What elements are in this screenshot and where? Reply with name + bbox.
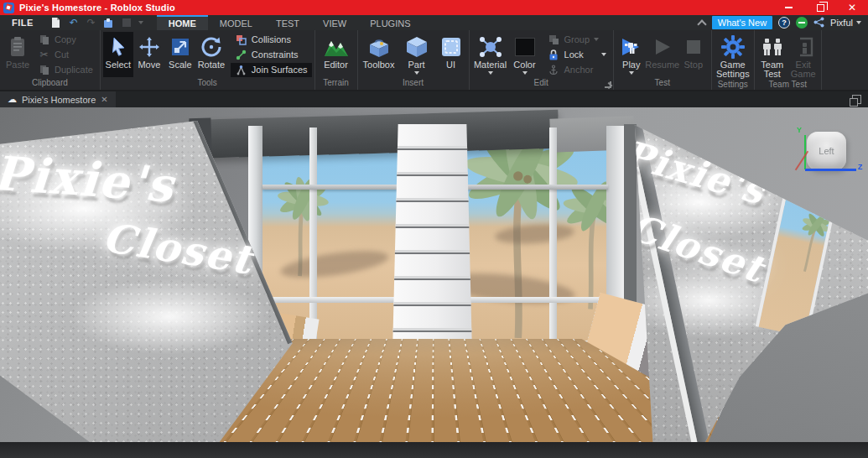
group-icon — [548, 34, 560, 46]
section-label-clipboard: Clipboard — [3, 77, 97, 90]
rotate-tool-button[interactable]: Rotate — [196, 32, 226, 77]
document-tab-title: Pixie's Homestore — [22, 95, 96, 105]
view-cube[interactable]: Left — [807, 132, 846, 170]
menubar: FILE ↶ ↷ HOME MODEL TEST VIEW PLUGINS Wh… — [0, 15, 868, 30]
help-icon[interactable]: ? — [778, 17, 790, 29]
paste-icon — [8, 34, 27, 60]
color-swatch — [515, 38, 535, 56]
play-button[interactable]: Play — [616, 32, 647, 77]
section-label-edit: Edit — [472, 77, 611, 90]
collapse-ribbon-icon[interactable] — [698, 18, 706, 27]
axis-z-label: Z — [858, 163, 863, 171]
terrain-editor-icon — [324, 34, 349, 60]
copy-button[interactable]: Copy — [34, 33, 97, 47]
constraints-button[interactable]: Constraints — [231, 48, 312, 62]
status-icon[interactable] — [796, 17, 808, 29]
tab-model[interactable]: MODEL — [208, 15, 264, 30]
cut-button[interactable]: ✂ Cut — [34, 48, 97, 62]
account-menu[interactable]: Pixful — [830, 18, 861, 28]
lock-icon — [548, 49, 560, 61]
neon-sign-right-line2: Closet — [624, 205, 770, 290]
move-icon — [138, 34, 160, 60]
material-icon — [478, 34, 503, 60]
stop-button[interactable]: Stop — [678, 32, 709, 77]
rotate-icon — [200, 34, 222, 60]
section-label-insert: Insert — [361, 77, 466, 90]
toolbox-button[interactable]: Toolbox — [361, 32, 398, 77]
quick-access-tool-icon[interactable] — [103, 17, 115, 29]
float-panel-icon[interactable] — [852, 95, 861, 104]
scale-tool-button[interactable]: Scale — [165, 32, 195, 77]
titlebar: Pixie's Homestore - Roblox Studio ✕ — [0, 0, 868, 15]
copy-icon — [38, 34, 50, 46]
tab-plugins[interactable]: PLUGINS — [358, 15, 422, 30]
ui-button[interactable]: UI — [436, 32, 466, 77]
cut-icon: ✂ — [38, 49, 50, 61]
ui-icon — [440, 34, 462, 60]
color-button[interactable]: Color — [510, 32, 540, 77]
whats-new-button[interactable]: What's New — [712, 16, 772, 29]
join-surfaces-button[interactable]: Join Surfaces — [231, 63, 312, 77]
team-test-button[interactable]: Team Test — [757, 32, 787, 79]
section-clipboard: Paste Copy ✂ Cut Duplicate — [0, 30, 101, 90]
minimize-button[interactable] — [772, 0, 804, 15]
foreground-ledge — [0, 442, 868, 458]
tab-test[interactable]: TEST — [264, 15, 311, 30]
cloud-icon: ☁ — [8, 94, 17, 105]
minimize-icon — [785, 7, 793, 8]
join-surfaces-icon — [235, 64, 247, 76]
section-label-team-test: Team Test — [757, 79, 819, 91]
file-menu[interactable]: FILE — [0, 15, 45, 30]
section-edit: Material Color Group Lock — [470, 30, 614, 90]
section-label-settings: Settings — [715, 79, 751, 91]
duplicate-icon — [38, 64, 50, 76]
restore-icon — [817, 4, 824, 12]
group-button[interactable]: Group — [543, 33, 611, 47]
share-icon[interactable] — [813, 17, 824, 29]
drawer-stack — [392, 124, 472, 352]
part-button[interactable]: Part — [398, 32, 435, 77]
window-title: Pixie's Homestore - Roblox Studio — [19, 3, 175, 13]
new-file-icon[interactable] — [50, 17, 62, 29]
play-icon — [620, 34, 643, 60]
close-button[interactable]: ✕ — [836, 0, 868, 15]
document-tab-close-icon[interactable]: ✕ — [101, 95, 107, 104]
lock-button[interactable]: Lock — [543, 48, 611, 62]
color-caret-icon[interactable] — [522, 71, 528, 75]
viewport-3d[interactable]: Pixie's Closet Pixie's Closet — [0, 107, 868, 458]
undo-icon[interactable]: ↶ — [68, 17, 80, 29]
document-tab-bar: ☁ Pixie's Homestore ✕ — [0, 91, 868, 107]
redo-icon[interactable]: ↷ — [86, 17, 97, 29]
exit-game-button[interactable]: Exit Game — [788, 32, 819, 79]
lock-caret-icon[interactable] — [601, 53, 606, 56]
play-caret-icon[interactable] — [629, 71, 634, 75]
material-caret-icon[interactable] — [488, 71, 493, 75]
terrain-editor-button[interactable]: Editor — [318, 32, 355, 77]
resume-button[interactable]: Resume — [647, 32, 678, 77]
move-tool-button[interactable]: Move — [134, 32, 164, 77]
paste-button[interactable]: Paste — [3, 32, 33, 77]
anchor-button[interactable]: Anchor — [543, 63, 611, 77]
group-caret-icon — [594, 38, 599, 41]
edit-section-expand-icon[interactable] — [605, 81, 611, 88]
material-button[interactable]: Material — [472, 32, 509, 77]
part-caret-icon[interactable] — [414, 71, 419, 75]
section-terrain: Editor Terrain — [315, 30, 358, 90]
axis-y-label: Y — [797, 126, 802, 134]
tab-view[interactable]: VIEW — [311, 15, 358, 30]
document-tab[interactable]: ☁ Pixie's Homestore ✕ — [0, 91, 116, 107]
account-caret-icon — [856, 21, 861, 24]
part-cube-icon — [405, 34, 429, 60]
quick-access-toolbar: ↶ ↷ — [45, 15, 148, 30]
game-settings-button[interactable]: Game Settings — [715, 32, 751, 79]
constraints-icon — [235, 49, 247, 61]
axis-z-line — [805, 169, 856, 171]
tab-home[interactable]: HOME — [157, 15, 208, 30]
select-tool-button[interactable]: Select — [103, 32, 133, 77]
collisions-button[interactable]: Collisions — [231, 33, 312, 47]
duplicate-button[interactable]: Duplicate — [34, 63, 97, 77]
screenshot-icon[interactable] — [121, 17, 133, 29]
customize-quick-access-caret-icon[interactable] — [138, 21, 143, 24]
palm-tree — [774, 187, 845, 289]
restore-button[interactable] — [804, 0, 836, 15]
